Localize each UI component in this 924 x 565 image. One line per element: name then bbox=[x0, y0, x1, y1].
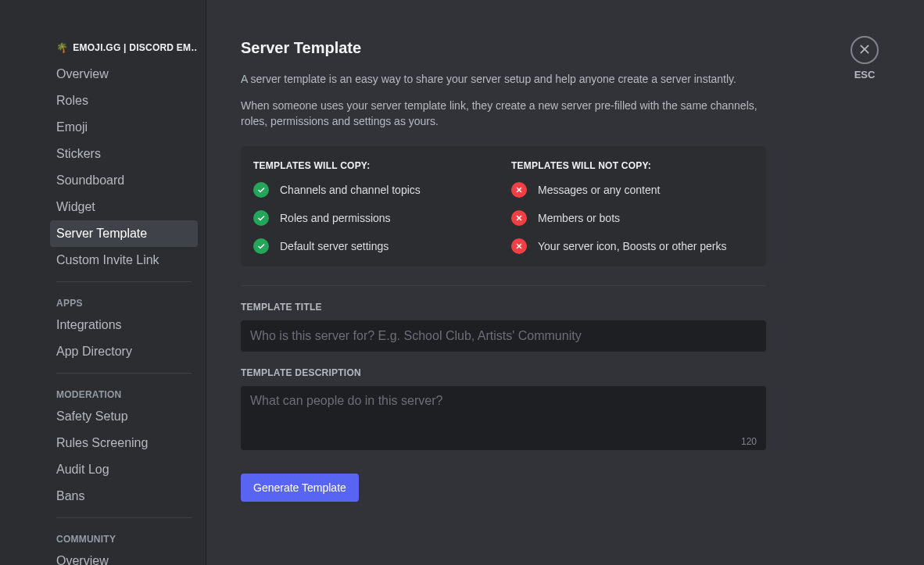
wont-copy-item: Your server icon, Boosts or other perks bbox=[511, 238, 754, 254]
esc-label: ESC bbox=[854, 69, 876, 80]
character-count: 120 bbox=[741, 436, 757, 447]
server-name-header: 🌴 EMOJI.GG | DISCORD EM… bbox=[50, 38, 198, 61]
sidebar-item-app-directory[interactable]: App Directory bbox=[50, 338, 198, 365]
sidebar-item-community-overview[interactable]: Overview bbox=[50, 548, 198, 565]
divider bbox=[241, 285, 766, 286]
will-copy-item: Default server settings bbox=[253, 238, 496, 254]
wont-copy-header: Templates will not copy: bbox=[511, 160, 754, 171]
check-icon bbox=[253, 210, 269, 226]
sidebar-item-bans[interactable]: Bans bbox=[50, 483, 198, 510]
settings-main: ESC Server Template A server template is… bbox=[206, 0, 924, 565]
page-description-1: A server template is an easy way to shar… bbox=[241, 71, 766, 87]
check-icon bbox=[253, 182, 269, 198]
sidebar-item-overview[interactable]: Overview bbox=[50, 61, 198, 88]
will-copy-item: Channels and channel topics bbox=[253, 182, 496, 198]
template-description-wrapper: 120 bbox=[241, 386, 766, 453]
close-area: ESC bbox=[851, 36, 879, 80]
sidebar-item-soundboard[interactable]: Soundboard bbox=[50, 167, 198, 194]
cross-icon bbox=[511, 238, 527, 254]
template-description-label: Template Description bbox=[241, 367, 766, 378]
template-title-input[interactable] bbox=[241, 320, 766, 352]
sidebar-item-widget[interactable]: Widget bbox=[50, 194, 198, 220]
divider bbox=[56, 281, 192, 282]
cross-icon bbox=[511, 210, 527, 226]
sidebar-item-roles[interactable]: Roles bbox=[50, 88, 198, 114]
wont-copy-item: Members or bots bbox=[511, 210, 754, 226]
close-button[interactable] bbox=[851, 36, 879, 64]
sidebar-section-moderation: Moderation bbox=[50, 381, 198, 403]
template-title-label: Template Title bbox=[241, 302, 766, 313]
generate-template-button[interactable]: Generate Template bbox=[241, 474, 359, 502]
sidebar-item-emoji[interactable]: Emoji bbox=[50, 114, 198, 141]
sidebar-section-community: Community bbox=[50, 526, 198, 548]
check-icon bbox=[253, 238, 269, 254]
sidebar-item-stickers[interactable]: Stickers bbox=[50, 141, 198, 167]
sidebar-section-apps: Apps bbox=[50, 290, 198, 312]
sidebar-item-safety-setup[interactable]: Safety Setup bbox=[50, 403, 198, 430]
sidebar-item-rules-screening[interactable]: Rules Screening bbox=[50, 430, 198, 456]
sidebar-item-integrations[interactable]: Integrations bbox=[50, 312, 198, 338]
template-description-input[interactable] bbox=[241, 386, 766, 450]
divider bbox=[56, 373, 192, 374]
wont-copy-column: Templates will not copy: Messages or any… bbox=[511, 160, 754, 256]
will-copy-column: Templates will copy: Channels and channe… bbox=[253, 160, 496, 256]
template-copy-card: Templates will copy: Channels and channe… bbox=[241, 146, 766, 266]
sidebar-item-custom-invite-link[interactable]: Custom Invite Link bbox=[50, 247, 198, 274]
server-name-text: EMOJI.GG | DISCORD EM… bbox=[73, 42, 198, 53]
page-description-2: When someone uses your server template l… bbox=[241, 98, 766, 129]
close-icon bbox=[858, 43, 871, 58]
settings-sidebar: 🌴 EMOJI.GG | DISCORD EM… Overview Roles … bbox=[0, 0, 206, 565]
cross-icon bbox=[511, 182, 527, 198]
divider bbox=[56, 517, 192, 518]
sidebar-item-audit-log[interactable]: Audit Log bbox=[50, 456, 198, 483]
page-title: Server Template bbox=[241, 39, 766, 57]
wont-copy-item: Messages or any content bbox=[511, 182, 754, 198]
will-copy-item: Roles and permissions bbox=[253, 210, 496, 226]
will-copy-header: Templates will copy: bbox=[253, 160, 496, 171]
palm-tree-icon: 🌴 bbox=[56, 42, 68, 53]
sidebar-item-server-template[interactable]: Server Template bbox=[50, 220, 198, 247]
